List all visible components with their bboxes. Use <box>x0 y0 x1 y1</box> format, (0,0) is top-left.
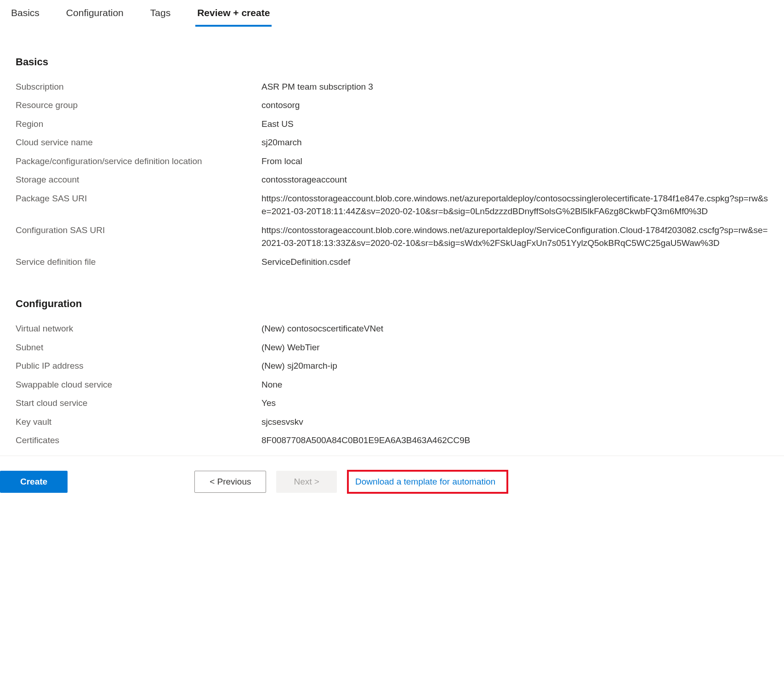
row-configuration-sas-uri: Configuration SAS URI https://contosstor… <box>16 224 768 250</box>
label-configuration-sas-uri: Configuration SAS URI <box>16 224 261 237</box>
value-virtual-network: (New) contosocscertificateVNet <box>261 322 768 336</box>
review-content: Basics Subscription ASR PM team subscrip… <box>0 54 784 447</box>
label-key-vault: Key vault <box>16 416 261 429</box>
label-package-sas-uri: Package SAS URI <box>16 192 261 205</box>
row-subnet: Subnet (New) WebTier <box>16 341 768 354</box>
row-subscription: Subscription ASR PM team subscription 3 <box>16 80 768 94</box>
value-region: East US <box>261 118 768 131</box>
label-package-location: Package/configuration/service definition… <box>16 155 261 168</box>
label-region: Region <box>16 118 261 131</box>
section-basics: Basics Subscription ASR PM team subscrip… <box>16 54 768 269</box>
section-configuration: Configuration Virtual network (New) cont… <box>16 296 768 447</box>
value-key-vault: sjcsesvskv <box>261 416 768 429</box>
value-subscription: ASR PM team subscription 3 <box>261 80 768 94</box>
value-public-ip-address: (New) sj20march-ip <box>261 359 768 373</box>
label-swappable-cloud-service: Swappable cloud service <box>16 378 261 392</box>
value-storage-account: contosstorageaccount <box>261 173 768 187</box>
value-package-location: From local <box>261 155 768 168</box>
label-start-cloud-service: Start cloud service <box>16 397 261 410</box>
row-virtual-network: Virtual network (New) contosocscertifica… <box>16 322 768 336</box>
next-button: Next > <box>276 471 336 493</box>
label-virtual-network: Virtual network <box>16 322 261 336</box>
tab-configuration[interactable]: Configuration <box>64 0 125 27</box>
row-service-definition-file: Service definition file ServiceDefinitio… <box>16 256 768 269</box>
label-public-ip-address: Public IP address <box>16 359 261 373</box>
label-service-definition-file: Service definition file <box>16 256 261 269</box>
value-start-cloud-service: Yes <box>261 397 768 410</box>
row-package-location: Package/configuration/service definition… <box>16 155 768 168</box>
create-button[interactable]: Create <box>0 471 68 493</box>
section-basics-title: Basics <box>16 54 768 69</box>
value-resource-group: contosorg <box>261 99 768 112</box>
label-subscription: Subscription <box>16 80 261 94</box>
tab-review-create[interactable]: Review + create <box>195 0 272 27</box>
tab-basics[interactable]: Basics <box>9 0 41 27</box>
row-public-ip-address: Public IP address (New) sj20march-ip <box>16 359 768 373</box>
row-region: Region East US <box>16 118 768 131</box>
value-certificates: 8F0087708A500A84C0B01E9EA6A3B463A462CC9B <box>261 434 768 447</box>
previous-button[interactable]: < Previous <box>194 471 266 493</box>
row-certificates: Certificates 8F0087708A500A84C0B01E9EA6A… <box>16 434 768 447</box>
value-cloud-service-name: sj20march <box>261 136 768 149</box>
label-cloud-service-name: Cloud service name <box>16 136 261 149</box>
download-template-link[interactable]: Download a template for automation <box>347 470 508 494</box>
row-package-sas-uri: Package SAS URI https://contosstorageacc… <box>16 192 768 218</box>
value-service-definition-file: ServiceDefinition.csdef <box>261 256 768 269</box>
row-storage-account: Storage account contosstorageaccount <box>16 173 768 187</box>
footer-bar: Create < Previous Next > Download a temp… <box>0 456 784 494</box>
value-configuration-sas-uri: https://contosstorageaccount.blob.core.w… <box>261 224 768 250</box>
value-swappable-cloud-service: None <box>261 378 768 392</box>
label-resource-group: Resource group <box>16 99 261 112</box>
row-resource-group: Resource group contosorg <box>16 99 768 112</box>
section-configuration-title: Configuration <box>16 296 768 311</box>
tab-tags[interactable]: Tags <box>148 0 172 27</box>
row-swappable-cloud-service: Swappable cloud service None <box>16 378 768 392</box>
row-cloud-service-name: Cloud service name sj20march <box>16 136 768 149</box>
label-subnet: Subnet <box>16 341 261 354</box>
row-key-vault: Key vault sjcsesvskv <box>16 416 768 429</box>
value-subnet: (New) WebTier <box>261 341 768 354</box>
label-certificates: Certificates <box>16 434 261 447</box>
label-storage-account: Storage account <box>16 173 261 187</box>
tabs-bar: Basics Configuration Tags Review + creat… <box>0 0 784 27</box>
row-start-cloud-service: Start cloud service Yes <box>16 397 768 410</box>
value-package-sas-uri: https://contosstorageaccount.blob.core.w… <box>261 192 768 218</box>
